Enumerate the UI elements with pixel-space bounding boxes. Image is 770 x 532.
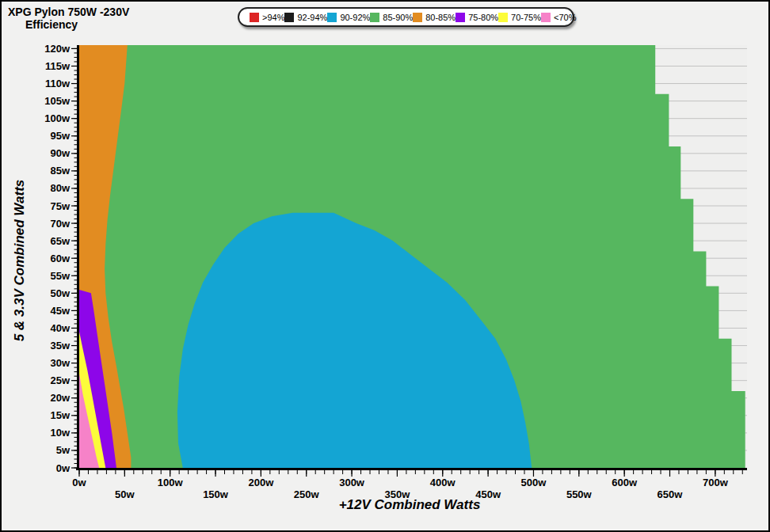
y-tick-label: 70w xyxy=(50,218,70,230)
y-tick-label: 15w xyxy=(50,409,70,421)
y-axis-title: 5 & 3.3V Combined Watts xyxy=(12,180,27,342)
y-tick-label: 30w xyxy=(50,357,70,369)
y-tick-label: 110w xyxy=(45,78,71,89)
y-tick-label: 5w xyxy=(56,444,71,456)
x-ticks: 0w50w100w150w200w250w300w350w400w450w500… xyxy=(72,470,742,500)
y-tick-label: 115w xyxy=(45,60,71,72)
y-tick-label: 0w xyxy=(56,462,71,474)
x-tick-label: 550w xyxy=(566,488,593,500)
x-tick-label: 700w xyxy=(703,477,729,488)
y-tick-label: 40w xyxy=(50,322,70,334)
x-tick-label: 300w xyxy=(339,477,365,488)
y-ticks: 0w5w10w15w20w25w30w35w40w45w50w55w60w65w… xyxy=(44,43,77,474)
x-tick-label: 500w xyxy=(521,477,547,488)
regions xyxy=(79,45,745,468)
x-tick-label: 250w xyxy=(294,488,320,500)
y-tick-label: 60w xyxy=(50,253,70,264)
y-tick-label: 80w xyxy=(50,182,70,194)
y-tick-label: 75w xyxy=(50,200,70,212)
x-tick-label: 100w xyxy=(158,477,184,488)
x-tick-label: 600w xyxy=(612,477,638,488)
y-tick-label: 55w xyxy=(50,270,70,282)
y-tick-label: 45w xyxy=(50,305,70,317)
x-tick-label: 50w xyxy=(115,488,135,500)
x-tick-label: 400w xyxy=(430,477,456,488)
y-tick-label: 20w xyxy=(50,392,70,404)
y-tick-label: 95w xyxy=(50,130,70,142)
x-axis-title: +12V Combined Watts xyxy=(339,497,481,512)
y-tick-label: 35w xyxy=(50,340,70,352)
x-tick-label: 200w xyxy=(248,477,274,488)
x-tick-label: 150w xyxy=(203,488,229,500)
y-tick-label: 65w xyxy=(50,235,70,247)
efficiency-heatmap: 0w5w10w15w20w25w30w35w40w45w50w55w60w65w… xyxy=(2,2,770,532)
y-tick-label: 10w xyxy=(50,427,70,439)
x-tick-label: 650w xyxy=(658,488,684,500)
y-tick-label: 50w xyxy=(50,287,70,299)
y-tick-label: 85w xyxy=(50,165,70,177)
chart-window: XPG Pylon 750W -230V Efficiency >94%92-9… xyxy=(0,0,770,532)
y-tick-label: 120w xyxy=(44,43,71,55)
y-tick-label: 100w xyxy=(44,112,71,124)
y-tick-label: 105w xyxy=(44,95,71,107)
y-tick-label: 25w xyxy=(50,374,70,386)
y-tick-label: 90w xyxy=(50,147,70,159)
x-tick-label: 0w xyxy=(72,477,86,488)
